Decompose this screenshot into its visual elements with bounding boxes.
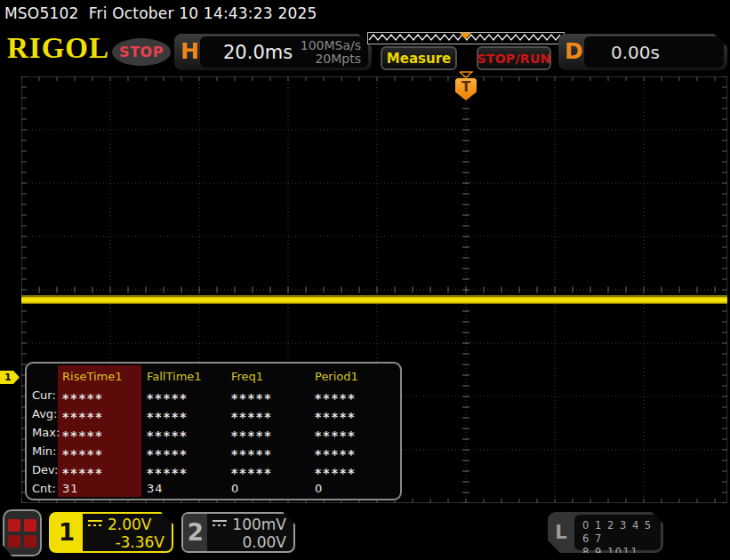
measurement-panel[interactable]: RiseTime1 FallTime1 Freq1 Period1 Cur: *… xyxy=(25,362,402,500)
measure-row-label: Dev: xyxy=(28,463,58,476)
datetime: Fri October 10 14:43:23 2025 xyxy=(89,4,317,22)
channel2-number-tab: 2 xyxy=(183,514,207,551)
measurement-row-cnt: Cnt: 31 34 0 0 xyxy=(28,479,398,498)
model-name: MSO5102 xyxy=(4,4,79,22)
dc-coupling-icon xyxy=(88,520,102,530)
measurement-row-max: Max: ***** ***** ***** ***** xyxy=(28,423,398,442)
measure-row-label: Min: xyxy=(28,444,58,458)
delay-value: 0.00s xyxy=(611,42,660,63)
measure-value: ***** xyxy=(227,427,310,439)
channel2-offset: 0.00V xyxy=(213,533,286,551)
rigol-logo: RIGOL xyxy=(7,34,109,63)
menu-grid-icon[interactable] xyxy=(3,509,42,556)
measure-count: 0 xyxy=(310,482,395,495)
channel1-waveform xyxy=(21,295,727,304)
measure-value: ***** xyxy=(142,427,227,439)
measure-count: 31 xyxy=(58,482,142,495)
trigger-top-triangle-icon xyxy=(459,71,473,78)
measure-value: ***** xyxy=(310,464,395,476)
channel1-marker-label: 1 xyxy=(4,372,12,383)
delay-box[interactable]: D 0.00s xyxy=(558,34,727,70)
menu-square xyxy=(8,519,20,532)
measure-row-label: Cur: xyxy=(28,388,58,402)
channel1-status-box[interactable]: 1 2.00V -3.36V xyxy=(49,512,173,553)
stop-run-button-label: STOP/RUN xyxy=(477,52,550,66)
sample-rate: 100MSa/s xyxy=(301,39,361,52)
acquisition-rates: 100MSa/s 20Mpts xyxy=(301,39,361,66)
menu-square xyxy=(24,519,36,532)
memory-depth: 20Mpts xyxy=(301,52,361,66)
measure-button-label: Measure xyxy=(387,51,451,67)
measure-count: 0 xyxy=(227,482,310,495)
measure-value: ***** xyxy=(142,445,227,458)
timebase-inner: 20.0ms 100MSa/s 20Mpts xyxy=(200,36,368,68)
channel1-values: 2.00V -3.36V xyxy=(83,514,172,551)
measure-count: 34 xyxy=(142,482,227,495)
measure-row-label: Cnt: xyxy=(28,482,58,495)
measure-value: ***** xyxy=(58,464,142,476)
logic-label: L xyxy=(548,522,574,543)
horizontal-timebase-box[interactable]: H 20.0ms 100MSa/s 20Mpts xyxy=(174,34,372,70)
top-status-bar: MSO5102 Fri October 10 14:43:23 2025 xyxy=(0,0,730,27)
dc-coupling-icon xyxy=(213,520,227,530)
timebase-value: 20.0ms xyxy=(223,42,293,63)
measure-value: ***** xyxy=(58,445,142,458)
model-and-datetime: MSO5102 Fri October 10 14:43:23 2025 xyxy=(4,4,317,22)
measure-value: ***** xyxy=(227,464,310,476)
channel1-number-tab: 1 xyxy=(51,514,83,551)
horizontal-label: H xyxy=(180,38,199,64)
measure-row-label: Max: xyxy=(28,426,58,439)
measure-value: ***** xyxy=(310,445,395,458)
run-state-badge: STOP xyxy=(112,38,171,66)
measurement-row-min: Min: ***** ***** ***** ***** xyxy=(28,442,398,460)
measurement-header-row: RiseTime1 FallTime1 Freq1 Period1 xyxy=(28,366,398,386)
stop-run-button[interactable]: STOP/RUN xyxy=(477,46,551,70)
measure-value: ***** xyxy=(310,408,395,420)
logic-channels-box[interactable]: L 0 1 2 3 4 5 6 7 8 9 1011 12131415 xyxy=(548,512,663,553)
measurement-row-cur: Cur: ***** ***** ***** ***** xyxy=(28,386,398,404)
measure-column-header: Period1 xyxy=(310,370,395,383)
logic-row-2: 8 9 1011 12131415 xyxy=(582,546,661,560)
measure-value: ***** xyxy=(58,408,142,420)
measure-value: ***** xyxy=(310,427,395,439)
delay-inner: 0.00s xyxy=(584,36,724,68)
menu-square xyxy=(8,535,20,548)
measure-value: ***** xyxy=(58,427,142,439)
measure-value: ***** xyxy=(310,389,395,402)
measure-value: ***** xyxy=(227,389,310,402)
measure-value: ***** xyxy=(142,464,227,476)
trigger-marker-letter: T xyxy=(461,81,470,94)
measure-value: ***** xyxy=(142,389,227,402)
measurement-row-avg: Avg: ***** ***** ***** ***** xyxy=(28,404,398,423)
channel2-values: 100mV 0.00V xyxy=(207,514,293,551)
oscilloscope-screen: MSO5102 Fri October 10 14:43:23 2025 RIG… xyxy=(0,0,730,560)
measure-value: ***** xyxy=(227,445,310,458)
measure-button[interactable]: Measure xyxy=(381,46,457,70)
channel2-number: 2 xyxy=(188,519,204,546)
menu-square xyxy=(24,535,36,548)
waveform-position-bar[interactable] xyxy=(367,32,565,44)
measure-value: ***** xyxy=(227,408,310,420)
measurement-table: RiseTime1 FallTime1 Freq1 Period1 Cur: *… xyxy=(28,366,398,498)
measure-value: ***** xyxy=(142,408,227,420)
channel1-number: 1 xyxy=(59,519,75,546)
measurement-row-dev: Dev: ***** ***** ***** ***** xyxy=(28,460,398,479)
measure-column-header: RiseTime1 xyxy=(58,370,142,383)
run-state-label: STOP xyxy=(119,44,164,60)
channel2-status-box[interactable]: 2 100mV 0.00V xyxy=(181,512,295,553)
channel1-offset: -3.36V xyxy=(88,533,164,551)
measure-value: ***** xyxy=(58,389,142,402)
channel2-scale: 100mV xyxy=(232,516,286,533)
channel1-position-marker[interactable]: 1 xyxy=(0,371,20,384)
logic-channel-numbers: 0 1 2 3 4 5 6 7 8 9 1011 12131415 xyxy=(574,515,661,550)
measure-column-header: Freq1 xyxy=(227,370,310,383)
measure-column-header: FallTime1 xyxy=(142,370,227,383)
delay-label: D xyxy=(565,38,583,64)
measure-row-label: Avg: xyxy=(28,407,58,420)
channel1-scale: 2.00V xyxy=(108,516,151,533)
logic-row-1: 0 1 2 3 4 5 6 7 xyxy=(582,519,661,546)
